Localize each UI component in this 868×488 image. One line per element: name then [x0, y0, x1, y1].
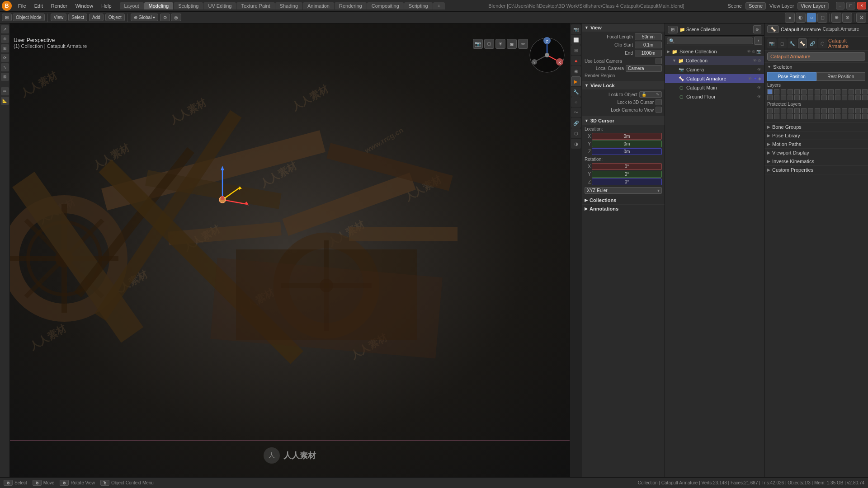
add-menu-btn[interactable]: Add: [89, 14, 104, 21]
object-mode-btn[interactable]: Object Mode: [13, 14, 45, 21]
clip-end-value[interactable]: 1000m: [635, 50, 662, 56]
outliner-search[interactable]: 🔍: [667, 38, 753, 44]
arm-prop-constraint[interactable]: 🔗: [808, 38, 817, 48]
tab-animation[interactable]: Animation: [303, 2, 334, 9]
tab-sculpting[interactable]: Sculpting: [174, 2, 203, 9]
prot-dot-23[interactable]: [815, 114, 820, 119]
tool-move[interactable]: ⊞: [1, 44, 9, 52]
tab-compositing[interactable]: Compositing: [367, 2, 404, 9]
prop-icon-output[interactable]: ⬜: [571, 35, 581, 45]
lock-to-object-value[interactable]: 🔒 ✎: [639, 91, 662, 98]
vis-restrict-icon[interactable]: ⊙: [752, 49, 755, 54]
layer-dot-27[interactable]: [842, 95, 847, 100]
tab-modeling[interactable]: Modeling: [144, 2, 174, 9]
snap-btn[interactable]: ⊙: [160, 14, 170, 21]
viewport[interactable]: 人人素材 人人素材 人人素材 人人素材 人人素材 人人素材 人人素材 人人素材 …: [10, 23, 570, 477]
xray-toggle[interactable]: ⊠: [856, 13, 866, 23]
tab-texture-paint[interactable]: Texture Paint: [236, 2, 274, 9]
prot-dot-14[interactable]: [862, 108, 868, 113]
viewport-object-icon[interactable]: ⬡: [484, 39, 494, 49]
gizmo-toggle[interactable]: ⊕: [831, 13, 841, 23]
prot-dot-26[interactable]: [835, 114, 840, 119]
cursor-y-value[interactable]: 0m: [592, 141, 662, 147]
prop-icon-scene[interactable]: 🔺: [571, 56, 581, 66]
scene-selector[interactable]: Scene: [745, 2, 766, 9]
prot-dot-20[interactable]: [794, 114, 800, 119]
layer-dot-11[interactable]: [842, 89, 847, 94]
outliner-type-btn[interactable]: ⊞: [668, 26, 678, 33]
pose-library-header[interactable]: ▶ Pose Library: [764, 131, 868, 140]
layer-dot-10[interactable]: [835, 89, 840, 94]
pose-position-btn[interactable]: Pose Position: [767, 72, 816, 81]
layer-dot-13[interactable]: [855, 89, 861, 94]
prot-dot-10[interactable]: [835, 108, 840, 113]
menu-window[interactable]: Window: [72, 2, 97, 9]
layer-dot-26[interactable]: [835, 95, 840, 100]
annotations-header[interactable]: ▶ Annotations: [582, 205, 665, 213]
prot-dot-12[interactable]: [849, 108, 854, 113]
prot-dot-0[interactable]: [767, 108, 773, 113]
prop-icon-data[interactable]: ⬡: [571, 128, 581, 138]
viewport-annotation-icon[interactable]: ✏: [518, 39, 528, 49]
prot-dot-11[interactable]: [842, 108, 847, 113]
prot-dot-28[interactable]: [849, 114, 854, 119]
select-menu-btn[interactable]: Select: [68, 14, 87, 21]
layer-dot-12[interactable]: [849, 89, 854, 94]
cursor-ry-value[interactable]: 0°: [592, 171, 662, 178]
tool-measure[interactable]: 📐: [1, 97, 9, 105]
arm-eye-icon[interactable]: 👁: [748, 76, 752, 81]
arm-prop-render[interactable]: 📷: [767, 38, 777, 48]
col-restrict-icon[interactable]: ⊙: [758, 58, 761, 63]
armature-editor-type[interactable]: 🦴: [767, 25, 779, 33]
cursor-x-value[interactable]: 0m: [592, 133, 662, 140]
custom-props-header[interactable]: ▶ Custom Properties: [764, 166, 868, 174]
vis-eye-icon[interactable]: 👁: [747, 49, 751, 54]
skeleton-header[interactable]: ▼ Skeleton: [764, 63, 868, 71]
prot-dot-2[interactable]: [781, 108, 786, 113]
view-menu-btn[interactable]: View: [51, 14, 67, 21]
layer-dot-4[interactable]: [794, 89, 800, 94]
prop-icon-constraints[interactable]: 🔗: [571, 118, 581, 128]
window-minimize[interactable]: –: [836, 2, 845, 9]
arm-prop-data[interactable]: ⬡: [818, 38, 828, 48]
vis-render-icon[interactable]: 📷: [756, 49, 761, 54]
tool-scale[interactable]: ⤡: [1, 63, 9, 71]
prot-dot-25[interactable]: [828, 114, 834, 119]
armature-name-input[interactable]: Catapult Armature: [767, 52, 865, 61]
prot-dot-30[interactable]: [862, 114, 868, 119]
layer-dot-14[interactable]: [862, 89, 868, 94]
prop-icon-material[interactable]: ◑: [571, 139, 581, 149]
viewport-material-icon[interactable]: ◙: [507, 39, 517, 49]
layer-dot-1[interactable]: [774, 89, 779, 94]
tool-transform[interactable]: ⊠: [1, 73, 9, 81]
tool-rotate[interactable]: ⟳: [1, 54, 9, 62]
layer-dot-22[interactable]: [808, 95, 813, 100]
motion-paths-header[interactable]: ▶ Motion Paths: [764, 140, 868, 148]
viewport-camera-icon[interactable]: 📷: [473, 39, 483, 49]
prot-dot-27[interactable]: [842, 114, 847, 119]
layer-dot-20[interactable]: [794, 95, 800, 100]
viewport-light-icon[interactable]: ☀: [495, 39, 505, 49]
collections-header[interactable]: ▶ Collections: [582, 196, 665, 204]
lock-camera-checkbox[interactable]: [656, 107, 662, 113]
tool-cursor[interactable]: ⊕: [1, 35, 9, 43]
outliner-catapult-main[interactable]: ⬡ Catapult Main 👁: [665, 83, 764, 92]
lock-to-cursor-checkbox[interactable]: [656, 99, 662, 105]
tool-select[interactable]: ↗: [1, 25, 9, 33]
main-eye-icon[interactable]: 👁: [757, 85, 761, 90]
tab-add[interactable]: +: [433, 2, 445, 9]
layer-dot-0[interactable]: [767, 89, 773, 94]
prot-dot-24[interactable]: [821, 114, 827, 119]
tab-shading[interactable]: Shading: [275, 2, 302, 9]
layer-dot-6[interactable]: [808, 89, 813, 94]
layer-dot-17[interactable]: [774, 95, 779, 100]
layer-dot-30[interactable]: [862, 95, 868, 100]
proportional-btn[interactable]: ◎: [171, 14, 181, 21]
layer-dot-9[interactable]: [828, 89, 834, 94]
menu-render[interactable]: Render: [47, 2, 71, 9]
prot-dot-4[interactable]: [794, 108, 800, 113]
rotation-mode-dropdown[interactable]: XYZ Euler ▾: [585, 187, 662, 194]
layer-dot-7[interactable]: [815, 89, 820, 94]
prot-dot-8[interactable]: [821, 108, 827, 113]
tab-layout[interactable]: Layout: [120, 2, 144, 9]
